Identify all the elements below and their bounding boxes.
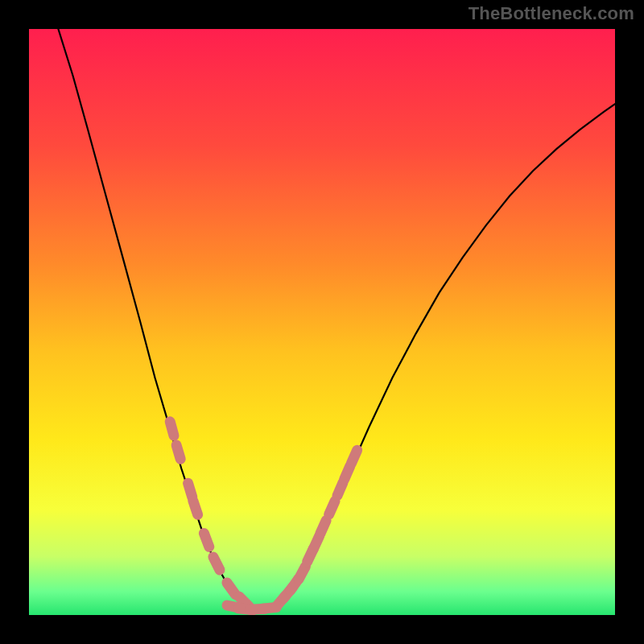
bottleneck-chart: [29, 29, 615, 615]
highlight-dots-floor: [227, 605, 276, 610]
chart-stage: TheBottleneck.com: [0, 0, 644, 644]
watermark-text: TheBottleneck.com: [469, 3, 634, 24]
plot-area: [29, 29, 615, 615]
